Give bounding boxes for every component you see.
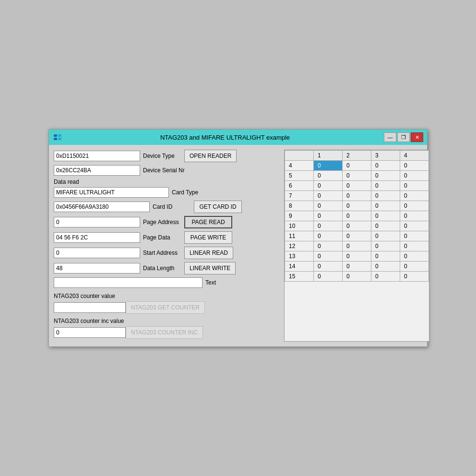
- table-row: 90000: [285, 211, 429, 221]
- table-row: 120000: [285, 241, 429, 251]
- start-address-label: Start Address: [143, 250, 181, 256]
- page-address-input[interactable]: [54, 217, 140, 227]
- open-reader-button[interactable]: OPEN READER: [184, 150, 237, 162]
- left-panel: Device Type OPEN READER Device Serial Nr…: [54, 150, 279, 342]
- cell-value: 0: [343, 201, 371, 211]
- svg-rect-0: [54, 134, 57, 137]
- svg-rect-3: [58, 138, 61, 140]
- cell-value: 0: [400, 262, 429, 272]
- close-button[interactable]: ✕: [411, 132, 423, 142]
- row-label: 4: [285, 161, 314, 171]
- ntag203-get-counter-button: NTAG203 GET COUNTER: [126, 301, 205, 314]
- device-type-label: Device Type: [143, 153, 181, 159]
- row-label: 11: [285, 231, 314, 241]
- row-label: 9: [285, 211, 314, 221]
- card-type-label: Card Type: [172, 189, 210, 196]
- card-id-label: Card ID: [153, 203, 191, 210]
- counter-value-input[interactable]: [54, 302, 126, 313]
- cell-value: 0: [400, 241, 429, 251]
- cell-value: 0: [371, 161, 400, 171]
- cell-value: 0: [343, 211, 371, 221]
- cell-value: 0: [314, 251, 343, 262]
- cell-value: 0: [400, 191, 429, 201]
- cell-value: 0: [371, 191, 400, 201]
- linear-write-button[interactable]: LINEAR WRITE: [184, 262, 236, 274]
- restore-button[interactable]: ❐: [397, 132, 410, 142]
- table-row: 60000: [285, 181, 429, 191]
- cell-value: 0: [343, 221, 371, 231]
- data-length-input[interactable]: [54, 263, 140, 274]
- main-window: NTAG203 and MIFARE ULTRALIGHT example — …: [48, 129, 428, 347]
- device-serial-label: Device Serial Nr: [143, 167, 185, 174]
- start-address-row: Start Address LINEAR READ: [54, 247, 279, 259]
- cell-value: 0: [343, 262, 371, 272]
- counter-inc-row: NTAG203 COUNTER INC: [54, 326, 279, 339]
- col-header-4: 4: [400, 151, 429, 161]
- cell-value: 0: [400, 201, 429, 211]
- table-row: 70000: [285, 191, 429, 201]
- page-data-input[interactable]: [54, 232, 140, 243]
- device-serial-row: Device Serial Nr: [54, 165, 279, 176]
- cell-value: 0: [314, 171, 343, 181]
- data-length-row: Data Length LINEAR WRITE: [54, 262, 279, 274]
- linear-read-button[interactable]: LINEAR READ: [184, 247, 233, 259]
- data-table: 1 2 3 4 40000500006000070000800009000010…: [285, 150, 429, 282]
- card-type-row: Card Type: [54, 187, 279, 198]
- counter-inc-input[interactable]: [54, 327, 126, 338]
- col-header-2: 2: [343, 151, 371, 161]
- cell-value: 0: [371, 241, 400, 251]
- page-address-row: Page Address PAGE READ: [54, 216, 279, 228]
- row-label: 7: [285, 191, 314, 201]
- cell-value: 0: [314, 221, 343, 231]
- cell-value: 0: [343, 272, 371, 282]
- data-read-label: Data read: [54, 178, 279, 185]
- cell-value: 0: [314, 272, 343, 282]
- col-header-1: 1: [314, 151, 343, 161]
- device-type-input[interactable]: [54, 151, 140, 161]
- text-label: Text: [205, 279, 244, 286]
- card-id-input[interactable]: [54, 202, 150, 212]
- page-write-button[interactable]: PAGE WRITE: [184, 231, 232, 244]
- cell-value: 0: [371, 272, 400, 282]
- page-read-button[interactable]: PAGE READ: [184, 216, 232, 228]
- cell-value: 0: [343, 191, 371, 201]
- counter-inc-label: NTAG203 counter inc value: [54, 318, 279, 324]
- table-row: 110000: [285, 231, 429, 241]
- card-type-input[interactable]: [54, 187, 169, 198]
- row-label: 6: [285, 181, 314, 191]
- device-serial-input[interactable]: [54, 165, 140, 176]
- cell-value: 0: [314, 201, 343, 211]
- col-header-0: [285, 151, 314, 161]
- cell-value: 0: [371, 221, 400, 231]
- cell-value: 0: [343, 231, 371, 241]
- table-row: 100000: [285, 221, 429, 231]
- device-type-row: Device Type OPEN READER: [54, 150, 279, 162]
- cell-value: 0: [400, 251, 429, 262]
- app-icon: [53, 132, 62, 142]
- text-row: Text: [54, 277, 279, 288]
- cell-value: 0: [343, 161, 371, 171]
- ntag203-counter-inc-button: NTAG203 COUNTER INC: [126, 326, 203, 339]
- title-bar: NTAG203 and MIFARE ULTRALIGHT example — …: [49, 130, 427, 145]
- svg-rect-2: [58, 134, 61, 137]
- row-label: 8: [285, 201, 314, 211]
- get-card-id-button[interactable]: GET CARD ID: [194, 201, 242, 213]
- cell-value: 0: [314, 231, 343, 241]
- table-row: 130000: [285, 251, 429, 262]
- cell-value: 0: [343, 241, 371, 251]
- cell-value: 0: [371, 211, 400, 221]
- col-header-3: 3: [371, 151, 400, 161]
- cell-value: 0: [343, 171, 371, 181]
- counter-label: NTAG203 counter value: [54, 293, 279, 299]
- cell-value: 0: [371, 262, 400, 272]
- start-address-input[interactable]: [54, 248, 140, 258]
- cell-value: 0: [400, 171, 429, 181]
- minimize-button[interactable]: —: [384, 132, 396, 142]
- window-title: NTAG203 and MIFARE ULTRALIGHT example: [66, 134, 384, 141]
- window-body: Device Type OPEN READER Device Serial Nr…: [49, 145, 427, 346]
- page-address-label: Page Address: [143, 219, 181, 226]
- right-panel: 1 2 3 4 40000500006000070000800009000010…: [284, 150, 429, 342]
- table-row: 140000: [285, 262, 429, 272]
- cell-value: 0: [314, 181, 343, 191]
- text-input[interactable]: [54, 277, 202, 288]
